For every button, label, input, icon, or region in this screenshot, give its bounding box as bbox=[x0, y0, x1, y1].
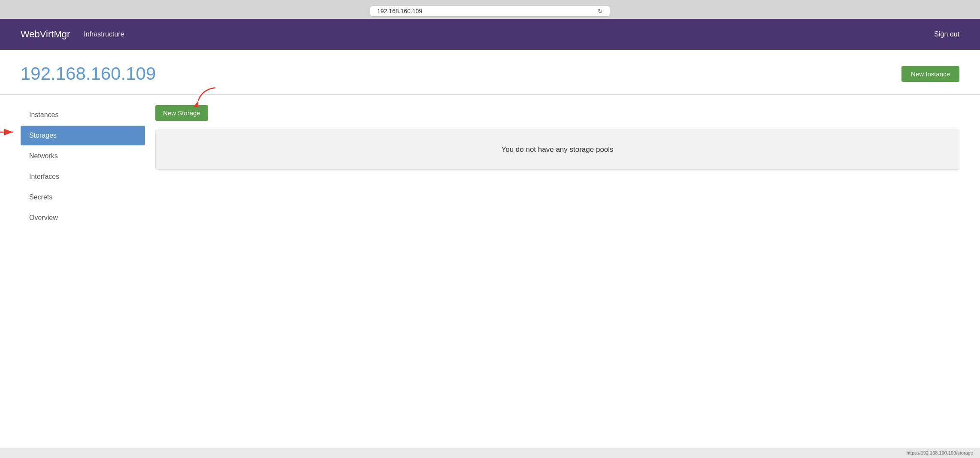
new-storage-button[interactable]: New Storage bbox=[155, 105, 208, 121]
sidebar-instances-label: Instances bbox=[29, 111, 58, 118]
sidebar-item-interfaces[interactable]: Interfaces bbox=[21, 167, 145, 187]
sidebar-item-networks[interactable]: Networks bbox=[21, 146, 145, 166]
sidebar-interfaces-label: Interfaces bbox=[29, 173, 59, 180]
sidebar: Instances Storages Networks Interfaces S… bbox=[21, 105, 145, 229]
arrow-to-new-storage bbox=[190, 86, 224, 107]
sidebar-item-storages[interactable]: Storages bbox=[21, 126, 145, 145]
arrow-to-storages bbox=[0, 126, 16, 139]
refresh-icon[interactable]: ↻ bbox=[598, 8, 603, 15]
sidebar-item-secrets[interactable]: Secrets bbox=[21, 187, 145, 207]
sidebar-overview-label: Overview bbox=[29, 214, 58, 221]
navbar: WebVirtMgr Infrastructure Sign out bbox=[0, 19, 980, 50]
address-bar: 192.168.160.109 ↻ bbox=[370, 6, 610, 17]
empty-message-text: You do not have any storage pools bbox=[501, 145, 613, 154]
new-storage-container: New Storage bbox=[155, 105, 208, 130]
navbar-brand[interactable]: WebVirtMgr bbox=[21, 29, 70, 40]
address-text: 192.168.160.109 bbox=[377, 8, 422, 15]
sidebar-networks-label: Networks bbox=[29, 152, 58, 160]
empty-storage-message: You do not have any storage pools bbox=[155, 130, 959, 170]
browser-chrome: 192.168.160.109 ↻ bbox=[0, 0, 980, 19]
page-header: 192.168.160.109 New Instance bbox=[0, 50, 980, 95]
sidebar-storages-label: Storages bbox=[29, 132, 57, 139]
main-content: 192.168.160.109 New Instance Instances bbox=[0, 50, 980, 458]
sidebar-item-instances[interactable]: Instances bbox=[21, 105, 145, 125]
signout-link[interactable]: Sign out bbox=[934, 30, 959, 38]
sidebar-item-overview[interactable]: Overview bbox=[21, 208, 145, 228]
new-instance-button[interactable]: New Instance bbox=[901, 66, 959, 82]
page-title: 192.168.160.109 bbox=[21, 63, 156, 84]
main-panel: New Storage You do not have any storage … bbox=[145, 105, 959, 229]
content-layout: Instances Storages Networks Interfaces S… bbox=[0, 95, 980, 239]
navbar-infrastructure-link[interactable]: Infrastructure bbox=[84, 30, 124, 38]
sidebar-secrets-label: Secrets bbox=[29, 193, 52, 201]
status-bar: https://192.168.160.109/storage bbox=[0, 448, 980, 458]
status-url: https://192.168.160.109/storage bbox=[907, 450, 973, 455]
navbar-left: WebVirtMgr Infrastructure bbox=[21, 29, 124, 40]
